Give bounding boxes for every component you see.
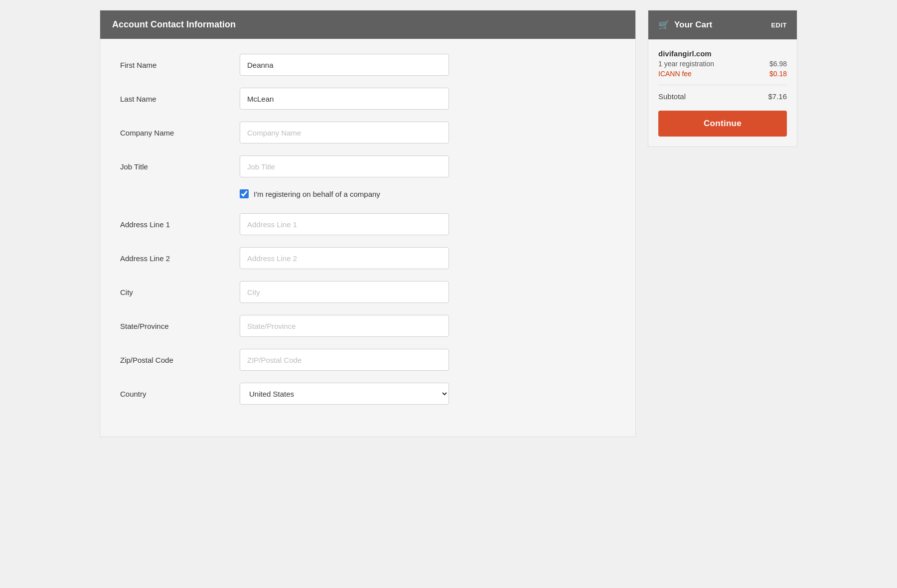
cart-subtotal-price: $7.16 — [768, 92, 787, 101]
continue-button[interactable]: Continue — [658, 111, 787, 137]
job-title-label: Job Title — [120, 162, 240, 171]
address2-input[interactable] — [240, 247, 449, 269]
address2-label: Address Line 2 — [120, 254, 240, 263]
account-contact-panel: Account Contact Information First Name L… — [100, 10, 636, 437]
panel-header: Account Contact Information — [100, 10, 635, 39]
company-name-label: Company Name — [120, 129, 240, 137]
city-row: City — [120, 281, 615, 303]
address1-input[interactable] — [240, 213, 449, 235]
cart-icon: 🛒 — [658, 19, 669, 30]
city-input[interactable] — [240, 281, 449, 303]
country-select[interactable]: United States Canada United Kingdom Aust… — [240, 383, 449, 405]
job-title-input[interactable] — [240, 155, 449, 177]
last-name-input[interactable] — [240, 88, 449, 110]
job-title-row: Job Title — [120, 155, 615, 177]
cart-registration-price: $6.98 — [769, 60, 787, 68]
cart-title: Your Cart — [674, 20, 712, 30]
company-checkbox[interactable] — [240, 189, 249, 198]
state-input[interactable] — [240, 315, 449, 337]
address1-label: Address Line 1 — [120, 220, 240, 229]
country-label: Country — [120, 390, 240, 398]
last-name-label: Last Name — [120, 95, 240, 103]
zip-row: Zip/Postal Code — [120, 349, 615, 371]
cart-icann-row: ICANN fee $0.18 — [658, 70, 787, 78]
last-name-row: Last Name — [120, 88, 615, 110]
cart-domain: divifangirl.com — [658, 49, 787, 58]
cart-subtotal-row: Subtotal $7.16 — [658, 92, 787, 101]
cart-header-left: 🛒 Your Cart — [658, 19, 712, 30]
company-checkbox-row: I'm registering on behalf of a company — [240, 189, 615, 198]
cart-registration-row: 1 year registration $6.98 — [658, 60, 787, 68]
cart-edit-button[interactable]: EDIT — [771, 21, 787, 29]
address1-row: Address Line 1 — [120, 213, 615, 235]
company-name-input[interactable] — [240, 122, 449, 144]
city-label: City — [120, 288, 240, 296]
form-body: First Name Last Name Company Name Job Ti… — [100, 39, 635, 437]
state-row: State/Province — [120, 315, 615, 337]
state-label: State/Province — [120, 322, 240, 330]
cart-subtotal-label: Subtotal — [658, 92, 686, 101]
zip-input[interactable] — [240, 349, 449, 371]
zip-label: Zip/Postal Code — [120, 356, 240, 364]
first-name-row: First Name — [120, 54, 615, 76]
cart-panel: 🛒 Your Cart EDIT divifangirl.com 1 year … — [648, 10, 797, 147]
company-name-row: Company Name — [120, 122, 615, 144]
cart-divider — [658, 85, 787, 85]
cart-icann-label: ICANN fee — [658, 70, 692, 78]
panel-title: Account Contact Information — [112, 19, 236, 29]
cart-body: divifangirl.com 1 year registration $6.9… — [648, 39, 797, 147]
first-name-label: First Name — [120, 61, 240, 69]
address2-row: Address Line 2 — [120, 247, 615, 269]
company-checkbox-label[interactable]: I'm registering on behalf of a company — [254, 190, 380, 198]
country-row: Country United States Canada United King… — [120, 383, 615, 405]
cart-icann-price: $0.18 — [769, 70, 787, 78]
cart-registration-label: 1 year registration — [658, 60, 714, 68]
first-name-input[interactable] — [240, 54, 449, 76]
cart-header: 🛒 Your Cart EDIT — [648, 10, 797, 39]
